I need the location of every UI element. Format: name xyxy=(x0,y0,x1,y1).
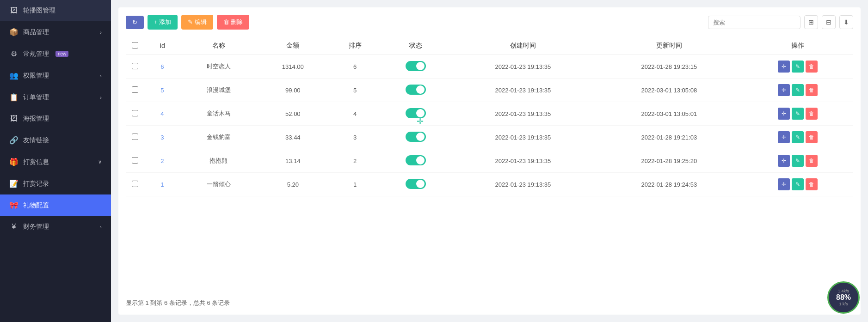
table-row: 5 浪漫城堡 99.00 5 2022-01-23 19:13:35 2022-… xyxy=(126,79,853,102)
row-edit-button[interactable]: ✎ xyxy=(792,61,804,73)
row-order: 5 xyxy=(329,79,382,102)
chevron-right-icon: › xyxy=(100,30,102,35)
row-id: 3 xyxy=(144,126,180,149)
row-delete-button[interactable]: 🗑 xyxy=(806,131,818,143)
sidebar-item-label: 权限管理 xyxy=(23,72,49,80)
row-add-button[interactable]: ✛ xyxy=(778,84,790,96)
id-link[interactable]: 2 xyxy=(160,158,164,164)
status-toggle[interactable] xyxy=(406,155,426,165)
sidebar-item-label: 常规管理 xyxy=(23,50,49,58)
row-delete-button[interactable]: 🗑 xyxy=(806,178,818,190)
row-delete-button[interactable]: 🗑 xyxy=(806,84,818,96)
gift-icon: 🎀 xyxy=(9,201,18,210)
chevron-down-icon: ∨ xyxy=(98,159,102,165)
row-select-checkbox[interactable] xyxy=(132,86,138,93)
row-order: 6 xyxy=(329,55,382,79)
sidebar-item-poster[interactable]: 🖼 海报管理 xyxy=(0,108,111,129)
status-toggle[interactable] xyxy=(406,85,426,95)
th-created: 创建时间 xyxy=(450,37,596,55)
table-header-row: Id 名称 金额 排序 状态 创建时间 更新时间 操作 xyxy=(126,37,853,55)
row-add-button[interactable]: ✛ xyxy=(778,61,790,73)
row-add-button[interactable]: ✛ xyxy=(778,178,790,190)
row-select-checkbox[interactable] xyxy=(132,181,138,187)
drag-cursor-icon: ✛ xyxy=(417,116,424,127)
row-select-checkbox[interactable] xyxy=(132,110,138,116)
sidebar-item-gift-config[interactable]: 🎀 礼物配置 xyxy=(0,194,111,216)
row-edit-button[interactable]: ✎ xyxy=(792,178,804,190)
row-status xyxy=(381,173,449,196)
id-link[interactable]: 1 xyxy=(160,181,164,188)
row-actions: ✛ ✎ 🗑 xyxy=(742,126,853,149)
refresh-button[interactable]: ↻ xyxy=(126,16,144,29)
row-actions: ✛ ✎ 🗑 xyxy=(742,79,853,102)
sidebar-item-label: 财务管理 xyxy=(23,223,49,231)
row-order: 1 xyxy=(329,173,382,196)
row-delete-button[interactable]: 🗑 xyxy=(806,155,818,167)
th-status: 状态 xyxy=(381,37,449,55)
sidebar-item-reward-record[interactable]: 📝 打赏记录 xyxy=(0,173,111,194)
content-card: ↻ + 添加 ✎ 编辑 🗑 删除 ⊞ ⊟ ⬇ Id 名称 金额 xyxy=(118,7,861,315)
sidebar-item-banner[interactable]: 🖼 轮播图管理 xyxy=(0,0,111,21)
sidebar: 🖼 轮播图管理 📦 商品管理 › ⚙ 常规管理 new 👥 权限管理 › 📋 订… xyxy=(0,0,111,322)
row-updated: 2022-03-01 13:05:08 xyxy=(596,79,742,102)
status-toggle[interactable] xyxy=(406,61,426,71)
row-edit-button[interactable]: ✎ xyxy=(792,131,804,143)
row-checkbox xyxy=(126,149,144,173)
action-buttons: ✛ ✎ 🗑 xyxy=(748,155,848,167)
row-select-checkbox[interactable] xyxy=(132,63,138,69)
delete-button[interactable]: 🗑 删除 xyxy=(217,15,250,30)
grid-view-button[interactable]: ⊟ xyxy=(822,15,836,29)
status-toggle[interactable] xyxy=(406,179,426,189)
row-status xyxy=(381,55,449,79)
th-checkbox xyxy=(126,37,144,55)
row-edit-button[interactable]: ✎ xyxy=(792,155,804,167)
sidebar-item-friend-link[interactable]: 🔗 友情链接 xyxy=(0,129,111,151)
row-edit-button[interactable]: ✎ xyxy=(792,108,804,120)
row-checkbox xyxy=(126,126,144,149)
sidebar-item-product[interactable]: 📦 商品管理 › xyxy=(0,21,111,43)
row-add-button[interactable]: ✛ xyxy=(778,108,790,120)
row-amount: 13.14 xyxy=(257,149,329,173)
data-table: Id 名称 金额 排序 状态 创建时间 更新时间 操作 6 xyxy=(126,37,853,196)
id-link[interactable]: 6 xyxy=(160,63,164,70)
id-link[interactable]: 3 xyxy=(160,134,164,141)
row-delete-button[interactable]: 🗑 xyxy=(806,108,818,120)
sidebar-item-permission[interactable]: 👥 权限管理 › xyxy=(0,65,111,86)
add-button[interactable]: + 添加 xyxy=(148,15,178,30)
row-add-button[interactable]: ✛ xyxy=(778,155,790,167)
search-input[interactable] xyxy=(708,16,800,29)
sidebar-item-finance[interactable]: ¥ 财务管理 › xyxy=(0,216,111,237)
row-checkbox xyxy=(126,102,144,126)
row-select-checkbox[interactable] xyxy=(132,134,138,140)
select-all-checkbox[interactable] xyxy=(132,42,138,49)
table-wrap: Id 名称 金额 排序 状态 创建时间 更新时间 操作 6 xyxy=(126,37,853,293)
id-link[interactable]: 5 xyxy=(160,87,164,94)
sidebar-item-reward-info[interactable]: 🎁 打赏信息 ∨ xyxy=(0,151,111,173)
row-delete-button[interactable]: 🗑 xyxy=(806,61,818,73)
row-checkbox xyxy=(126,55,144,79)
finance-icon: ¥ xyxy=(9,223,18,231)
memory-percent: 88% xyxy=(836,293,851,302)
row-edit-button[interactable]: ✎ xyxy=(792,84,804,96)
status-toggle[interactable] xyxy=(406,132,426,142)
gear-icon: ⚙ xyxy=(9,49,18,58)
record-icon: 📝 xyxy=(9,179,18,188)
sidebar-item-general[interactable]: ⚙ 常规管理 new xyxy=(0,43,111,65)
row-select-checkbox[interactable] xyxy=(132,157,138,164)
row-id: 2 xyxy=(144,149,180,173)
row-add-button[interactable]: ✛ xyxy=(778,131,790,143)
sidebar-item-order[interactable]: 📋 订单管理 › xyxy=(0,86,111,108)
banner-icon: 🖼 xyxy=(9,6,18,15)
edit-button[interactable]: ✎ 编辑 xyxy=(181,15,213,30)
id-link[interactable]: 4 xyxy=(160,110,164,117)
row-checkbox xyxy=(126,173,144,196)
row-status: ✛ xyxy=(381,102,449,126)
poster-icon: 🖼 xyxy=(9,115,18,123)
link-icon: 🔗 xyxy=(9,136,18,145)
download-speed: 1 k/s xyxy=(839,302,848,306)
row-amount: 99.00 xyxy=(257,79,329,102)
table-view-button[interactable]: ⊞ xyxy=(804,15,818,29)
table-row: 3 金钱豹富 33.44 3 2022-01-23 19:13:35 2022-… xyxy=(126,126,853,149)
row-created: 2022-01-23 19:13:35 xyxy=(450,149,596,173)
export-button[interactable]: ⬇ xyxy=(839,15,853,29)
